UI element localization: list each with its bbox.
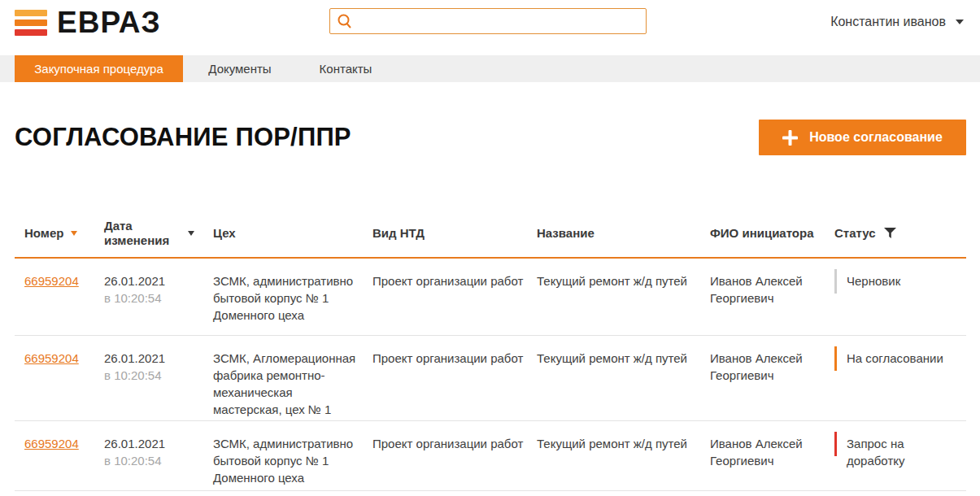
approval-number-link[interactable]: 66959204	[24, 274, 79, 288]
search-input[interactable]	[359, 9, 639, 33]
status-color-bar	[834, 269, 837, 294]
status-label: На согласовании	[847, 350, 943, 367]
workshop-cell: ЗСМК, административно бытовой корпус № 1…	[213, 272, 372, 335]
initiator-cell: Иванов Алексей Георгиевич	[710, 350, 834, 420]
plus-icon	[782, 130, 798, 146]
table-header-row: Номер Дата изменения Цех Вид НТД Названи…	[15, 210, 966, 259]
table-row: 66959204 26.01.2021 в 10:20:54 ЗСМК, Агл…	[15, 336, 966, 421]
top-bar: ЕВРАЗ Константин иванов	[0, 0, 980, 55]
tab-documents[interactable]: Документы	[183, 55, 297, 82]
name-cell: Текущий ремонт ж/д путей	[537, 435, 710, 490]
column-header-workshop: Цех	[213, 210, 372, 257]
sort-desc-icon[interactable]	[188, 231, 194, 236]
chevron-down-icon	[956, 20, 964, 24]
status-cell: На согласовании	[834, 350, 966, 420]
user-menu[interactable]: Константин иванов	[830, 15, 964, 29]
status-cell: Черновик	[834, 272, 966, 335]
tab-contacts[interactable]: Контакты	[297, 55, 394, 82]
evraz-logo-bars-icon	[15, 10, 47, 36]
ntd-type-cell: Проект организации работ	[372, 350, 537, 420]
tab-bar: Закупочная процедура Документы Контакты	[0, 55, 980, 82]
filter-icon[interactable]	[884, 228, 896, 239]
search-box	[329, 8, 647, 34]
main-content: СОГЛАСОВАНИЕ ПОР/ППР Новое согласование …	[0, 120, 980, 491]
column-header-status[interactable]: Статус	[834, 210, 966, 257]
date-cell: 26.01.2021 в 10:20:54	[104, 272, 213, 335]
name-cell: Текущий ремонт ж/д путей	[537, 350, 710, 420]
evraz-logo[interactable]: ЕВРАЗ	[15, 7, 161, 37]
workshop-cell: ЗСМК, административно бытовой корпус № 1…	[213, 435, 372, 490]
table-row: 66959204 26.01.2021 в 10:20:54 ЗСМК, адм…	[15, 259, 966, 336]
date-cell: 26.01.2021 в 10:20:54	[104, 435, 213, 490]
approval-number-link[interactable]: 66959204	[24, 351, 79, 365]
page-title: СОГЛАСОВАНИЕ ПОР/ППР	[15, 123, 351, 152]
status-label: Черновик	[847, 272, 900, 289]
search-icon	[337, 13, 353, 29]
column-header-initiator: ФИО инициатора	[710, 210, 834, 257]
column-header-number[interactable]: Номер	[15, 210, 104, 257]
user-name: Константин иванов	[830, 15, 946, 29]
approval-number-link[interactable]: 66959204	[24, 437, 79, 450]
status-color-bar	[834, 432, 837, 456]
sort-desc-icon[interactable]	[71, 231, 77, 236]
status-cell: Запрос на доработку	[834, 435, 966, 490]
new-approval-button[interactable]: Новое согласование	[759, 120, 966, 155]
status-color-bar	[834, 346, 837, 371]
status-label: Запрос на доработку	[847, 435, 953, 469]
name-cell: Текущий ремонт ж/д путей	[537, 272, 710, 335]
approvals-table: Номер Дата изменения Цех Вид НТД Названи…	[15, 210, 966, 491]
tab-procurement-procedure[interactable]: Закупочная процедура	[15, 55, 183, 82]
initiator-cell: Иванов Алексей Георгиевич	[710, 272, 834, 335]
initiator-cell: Иванов Алексей Георгиевич	[710, 435, 834, 490]
workshop-cell: ЗСМК, Агломерационная фабрика ремонтно-м…	[213, 350, 372, 420]
column-header-ntd-type: Вид НТД	[372, 210, 537, 257]
date-cell: 26.01.2021 в 10:20:54	[104, 350, 213, 420]
logo-text: ЕВРАЗ	[57, 7, 161, 37]
ntd-type-cell: Проект организации работ	[372, 272, 537, 335]
column-header-date-modified[interactable]: Дата изменения	[104, 210, 213, 257]
ntd-type-cell: Проект организации работ	[372, 435, 537, 490]
new-approval-button-label: Новое согласование	[809, 130, 943, 145]
table-row: 66959204 26.01.2021 в 10:20:54 ЗСМК, адм…	[15, 421, 966, 491]
column-header-name: Название	[537, 210, 710, 257]
